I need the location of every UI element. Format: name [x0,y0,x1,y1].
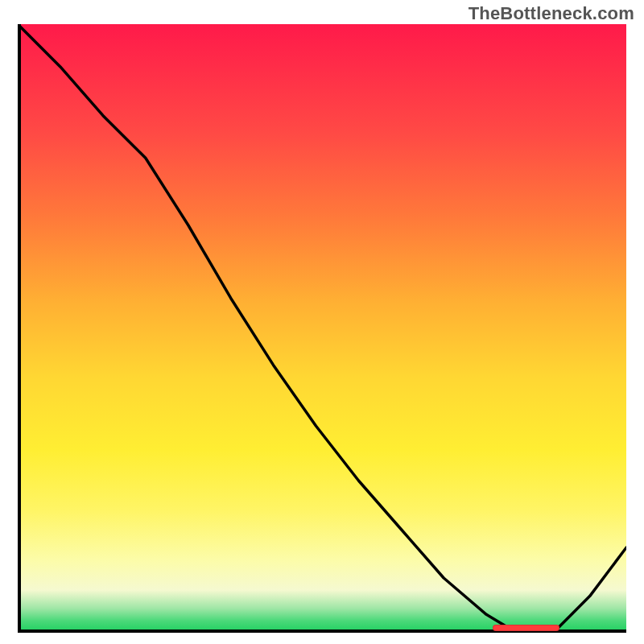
attribution-text: TheBottleneck.com [469,3,634,24]
chart-background-gradient [18,24,626,633]
optimal-range-marker [493,625,559,631]
